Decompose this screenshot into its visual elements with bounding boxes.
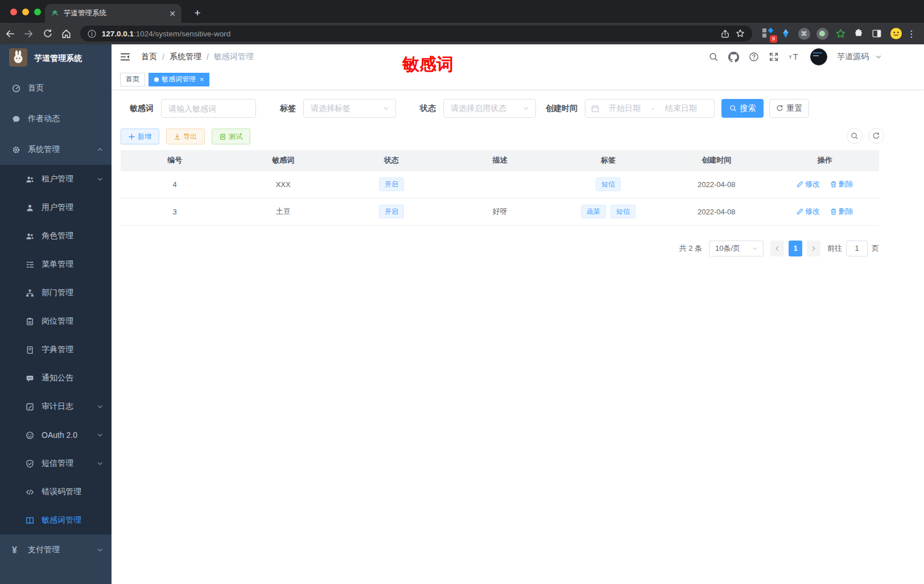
delete-link[interactable]: 删除	[830, 206, 853, 217]
refresh-icon[interactable]	[868, 128, 884, 144]
chevron-down-icon	[382, 105, 390, 112]
page-suffix: 页	[872, 243, 879, 254]
sidebar-item-code[interactable]: 错误码管理	[0, 478, 112, 506]
kite-extension-icon[interactable]	[779, 27, 792, 40]
sidebar-item-dashboard[interactable]: 首页	[0, 73, 112, 103]
command-extension-icon[interactable]: ⌘	[798, 27, 810, 40]
github-icon[interactable]	[728, 52, 739, 63]
site-info-icon[interactable]	[87, 29, 97, 39]
prev-page-icon[interactable]	[770, 241, 784, 256]
record-extension-icon[interactable]	[816, 27, 828, 40]
page-size-value: 10条/页	[715, 243, 740, 254]
page-number-1[interactable]: 1	[789, 241, 802, 256]
edit-link[interactable]: 修改	[797, 206, 820, 217]
sidebar-item-message[interactable]: 作者动态	[0, 103, 112, 134]
tag-badge: 短信	[596, 177, 621, 191]
chevron-down-icon	[97, 460, 104, 467]
sidebar-logo-row[interactable]: 芋道管理系统	[0, 44, 112, 73]
sidebar-menu: 首页作者动态系统管理租户管理用户管理角色管理菜单管理部门管理岗位管理字典管理通知…	[0, 73, 112, 565]
sidebar-item-open-book[interactable]: 敏感词管理	[0, 506, 112, 535]
back-icon[interactable]	[2, 25, 19, 42]
extension-badge: 9	[770, 35, 777, 43]
close-icon[interactable]: ×	[200, 76, 204, 84]
fullscreen-icon[interactable]	[769, 52, 779, 62]
side-panel-icon[interactable]	[871, 27, 883, 40]
reset-button[interactable]: 重置	[769, 99, 809, 118]
forward-icon[interactable]	[20, 25, 38, 42]
zoom-window-button[interactable]	[34, 9, 41, 15]
share-icon[interactable]	[720, 29, 730, 39]
sidebar-item-label: 部门管理	[42, 288, 104, 298]
chevron-down-icon[interactable]	[875, 53, 882, 60]
leaf-favicon-icon	[51, 9, 59, 18]
sidebar-item-dictionary[interactable]: 字典管理	[0, 336, 112, 364]
tab-home[interactable]: 首页	[120, 73, 145, 86]
address-bar[interactable]: 127.0.0.1:1024/system/sensitive-word	[80, 26, 752, 42]
tag-select[interactable]: 请选择标签	[303, 99, 396, 118]
sidebar-item-users[interactable]: 租户管理	[0, 165, 112, 193]
user-avatar[interactable]	[810, 48, 827, 65]
font-size-icon[interactable]: TT	[789, 52, 801, 63]
puzzle-extensions-icon[interactable]	[852, 27, 865, 40]
next-page-icon[interactable]	[807, 241, 820, 256]
search-icon[interactable]	[708, 52, 719, 62]
sidebar-item-oauth[interactable]: OAuth 2.0	[0, 421, 112, 449]
home-icon[interactable]	[58, 25, 75, 42]
col-status: 状态	[337, 150, 446, 171]
search-button-label: 搜索	[740, 103, 756, 114]
toggle-search-icon[interactable]	[847, 128, 863, 144]
add-button-label: 新增	[138, 132, 151, 142]
tree-list-icon	[26, 260, 34, 269]
sidebar-item-shield-check[interactable]: 短信管理	[0, 449, 112, 478]
col-desc: 描述	[446, 150, 554, 171]
chevron-down-icon	[97, 546, 104, 553]
collapse-sidebar-icon[interactable]	[120, 52, 130, 62]
table-row: 3 土豆 开启 好呀 蔬菜短信 2022-04-08 修改	[121, 198, 879, 225]
sidebar-item-tree-list[interactable]: 菜单管理	[0, 250, 112, 279]
status-select[interactable]: 请选择启用状态	[443, 99, 536, 118]
pagination: 共 2 条 10条/页 1	[121, 241, 879, 256]
delete-link[interactable]: 删除	[830, 179, 853, 189]
sidebar-item-label: 敏感词管理	[42, 515, 104, 525]
red-annotation-text: 敏感词	[402, 53, 453, 76]
sidebar-item-user[interactable]: 用户管理	[0, 193, 112, 222]
bookmark-star-icon[interactable]	[735, 28, 745, 39]
add-button[interactable]: 新增	[121, 129, 159, 144]
close-window-button[interactable]	[10, 9, 17, 15]
help-icon[interactable]	[749, 52, 759, 62]
export-button-label: 导出	[183, 132, 197, 142]
sidebar-item-notice[interactable]: 通知公告	[0, 364, 112, 392]
sidebar-item-org-chart[interactable]: 部门管理	[0, 279, 112, 307]
browser-tab[interactable]: 芋道管理系统 ✕	[45, 4, 182, 23]
sidebar-item-users[interactable]: 角色管理	[0, 222, 112, 250]
minimize-window-button[interactable]	[22, 9, 29, 15]
profile-emoji-avatar[interactable]	[890, 27, 902, 40]
url-path: :1024/system/sensitive-word	[134, 30, 230, 38]
goto-page-input[interactable]	[846, 241, 868, 256]
export-button[interactable]: 导出	[166, 129, 205, 144]
search-button[interactable]: 搜索	[721, 99, 764, 118]
sidebar-item-gear[interactable]: 系统管理	[0, 134, 112, 165]
col-id: 编号	[121, 150, 229, 171]
app-logo	[9, 48, 27, 69]
reload-icon[interactable]	[39, 25, 56, 42]
page-size-select[interactable]: 10条/页	[709, 241, 764, 256]
date-range-input[interactable]: 开始日期 - 结束日期	[585, 99, 715, 118]
sidebar-item-label: OAuth 2.0	[42, 430, 97, 440]
tab-sensitive-word[interactable]: 敏感词管理 ×	[148, 73, 209, 86]
sidebar-item-audit-log[interactable]: 审计日志	[0, 392, 112, 421]
breadcrumb-home[interactable]: 首页	[141, 52, 157, 62]
sidebar-item-label: 岗位管理	[42, 316, 104, 326]
breadcrumb-system[interactable]: 系统管理	[170, 52, 201, 62]
test-button[interactable]: 测试	[212, 129, 250, 144]
keyword-input[interactable]	[162, 104, 255, 113]
sidebar-item-id-badge[interactable]: 岗位管理	[0, 307, 112, 336]
new-tab-button[interactable]: +	[190, 6, 205, 20]
extension-grid-icon[interactable]: 9	[761, 27, 774, 40]
edit-link[interactable]: 修改	[797, 179, 820, 189]
sidebar-item-yen[interactable]: ¥支付管理	[0, 535, 112, 565]
browser-menu-kebab-icon[interactable]: ⋮	[907, 28, 916, 39]
tab-close-icon[interactable]: ✕	[169, 9, 176, 18]
green-star-extension-icon[interactable]	[834, 27, 847, 40]
username[interactable]: 芋道源码	[837, 52, 869, 62]
